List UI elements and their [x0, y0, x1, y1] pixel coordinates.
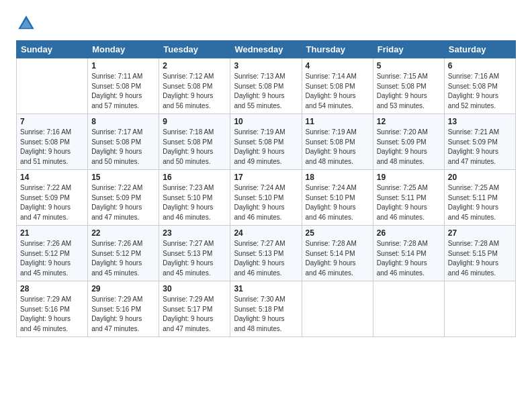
day-info: Sunrise: 7:28 AM Sunset: 5:14 PM Dayligh…	[377, 239, 441, 278]
day-number: 6	[448, 61, 512, 71]
day-number: 17	[234, 173, 298, 182]
day-cell: 24Sunrise: 7:27 AM Sunset: 5:13 PM Dayli…	[230, 226, 302, 281]
day-info: Sunrise: 7:26 AM Sunset: 5:12 PM Dayligh…	[20, 239, 84, 278]
day-number: 20	[448, 173, 512, 182]
day-number: 13	[448, 117, 512, 126]
day-cell: 5Sunrise: 7:15 AM Sunset: 5:08 PM Daylig…	[373, 58, 444, 114]
week-row-1: 7Sunrise: 7:16 AM Sunset: 5:08 PM Daylig…	[17, 114, 516, 170]
day-cell: 23Sunrise: 7:27 AM Sunset: 5:13 PM Dayli…	[159, 226, 230, 281]
day-cell: 2Sunrise: 7:12 AM Sunset: 5:08 PM Daylig…	[159, 58, 230, 114]
day-number: 5	[377, 61, 441, 71]
day-cell: 27Sunrise: 7:28 AM Sunset: 5:15 PM Dayli…	[444, 226, 515, 281]
day-cell: 6Sunrise: 7:16 AM Sunset: 5:08 PM Daylig…	[444, 58, 515, 114]
day-number: 27	[448, 228, 512, 238]
day-number: 3	[234, 61, 298, 71]
day-cell: 12Sunrise: 7:20 AM Sunset: 5:09 PM Dayli…	[373, 114, 444, 170]
day-number: 31	[234, 284, 298, 293]
day-info: Sunrise: 7:17 AM Sunset: 5:08 PM Dayligh…	[91, 128, 155, 167]
day-info: Sunrise: 7:27 AM Sunset: 5:13 PM Dayligh…	[234, 239, 298, 278]
day-cell: 15Sunrise: 7:22 AM Sunset: 5:09 PM Dayli…	[88, 170, 159, 226]
day-info: Sunrise: 7:21 AM Sunset: 5:09 PM Dayligh…	[448, 128, 512, 167]
day-info: Sunrise: 7:27 AM Sunset: 5:13 PM Dayligh…	[163, 239, 226, 278]
day-cell: 22Sunrise: 7:26 AM Sunset: 5:12 PM Dayli…	[88, 226, 159, 281]
day-cell: 11Sunrise: 7:19 AM Sunset: 5:08 PM Dayli…	[302, 114, 373, 170]
day-info: Sunrise: 7:25 AM Sunset: 5:11 PM Dayligh…	[448, 183, 512, 222]
day-number: 14	[20, 173, 84, 182]
day-info: Sunrise: 7:24 AM Sunset: 5:10 PM Dayligh…	[306, 183, 369, 222]
day-info: Sunrise: 7:15 AM Sunset: 5:08 PM Dayligh…	[377, 72, 441, 111]
day-number: 23	[163, 228, 226, 238]
day-cell: 3Sunrise: 7:13 AM Sunset: 5:08 PM Daylig…	[230, 58, 302, 114]
day-cell: 19Sunrise: 7:25 AM Sunset: 5:11 PM Dayli…	[373, 170, 444, 226]
day-cell: 1Sunrise: 7:11 AM Sunset: 5:08 PM Daylig…	[88, 58, 159, 114]
day-cell: 8Sunrise: 7:17 AM Sunset: 5:08 PM Daylig…	[88, 114, 159, 170]
logo	[16, 13, 39, 34]
day-number: 1	[91, 61, 155, 71]
day-number: 10	[234, 117, 298, 126]
day-cell: 17Sunrise: 7:24 AM Sunset: 5:10 PM Dayli…	[230, 170, 302, 226]
day-number: 2	[163, 61, 226, 71]
weekday-header-thursday: Thursday	[302, 41, 373, 58]
day-info: Sunrise: 7:11 AM Sunset: 5:08 PM Dayligh…	[91, 72, 155, 111]
weekday-header-monday: Monday	[88, 41, 159, 58]
weekday-header-saturday: Saturday	[444, 41, 515, 58]
day-number: 4	[306, 61, 369, 71]
calendar: SundayMondayTuesdayWednesdayThursdayFrid…	[16, 40, 516, 337]
day-info: Sunrise: 7:23 AM Sunset: 5:10 PM Dayligh…	[163, 183, 226, 222]
day-number: 21	[20, 228, 84, 238]
day-cell: 16Sunrise: 7:23 AM Sunset: 5:10 PM Dayli…	[159, 170, 230, 226]
day-info: Sunrise: 7:12 AM Sunset: 5:08 PM Dayligh…	[163, 72, 226, 111]
day-info: Sunrise: 7:29 AM Sunset: 5:17 PM Dayligh…	[163, 295, 226, 334]
day-info: Sunrise: 7:14 AM Sunset: 5:08 PM Dayligh…	[306, 72, 369, 111]
day-cell: 4Sunrise: 7:14 AM Sunset: 5:08 PM Daylig…	[302, 58, 373, 114]
logo-icon	[16, 13, 36, 34]
week-row-3: 21Sunrise: 7:26 AM Sunset: 5:12 PM Dayli…	[17, 226, 516, 281]
day-cell	[444, 281, 515, 337]
week-row-2: 14Sunrise: 7:22 AM Sunset: 5:09 PM Dayli…	[17, 170, 516, 226]
day-cell: 9Sunrise: 7:18 AM Sunset: 5:08 PM Daylig…	[159, 114, 230, 170]
day-info: Sunrise: 7:25 AM Sunset: 5:11 PM Dayligh…	[377, 183, 441, 222]
day-info: Sunrise: 7:16 AM Sunset: 5:08 PM Dayligh…	[20, 128, 84, 167]
day-info: Sunrise: 7:13 AM Sunset: 5:08 PM Dayligh…	[234, 72, 298, 111]
day-cell: 7Sunrise: 7:16 AM Sunset: 5:08 PM Daylig…	[17, 114, 88, 170]
weekday-header-friday: Friday	[373, 41, 444, 58]
day-cell: 31Sunrise: 7:30 AM Sunset: 5:18 PM Dayli…	[230, 281, 302, 337]
day-info: Sunrise: 7:19 AM Sunset: 5:08 PM Dayligh…	[306, 128, 369, 167]
day-number: 29	[91, 284, 155, 293]
weekday-header-tuesday: Tuesday	[159, 41, 230, 58]
day-number: 22	[91, 228, 155, 238]
day-info: Sunrise: 7:19 AM Sunset: 5:08 PM Dayligh…	[234, 128, 298, 167]
day-info: Sunrise: 7:28 AM Sunset: 5:14 PM Dayligh…	[306, 239, 369, 278]
week-row-0: 1Sunrise: 7:11 AM Sunset: 5:08 PM Daylig…	[17, 58, 516, 114]
day-info: Sunrise: 7:16 AM Sunset: 5:08 PM Dayligh…	[448, 72, 512, 111]
day-cell	[17, 58, 88, 114]
day-info: Sunrise: 7:20 AM Sunset: 5:09 PM Dayligh…	[377, 128, 441, 167]
day-cell: 25Sunrise: 7:28 AM Sunset: 5:14 PM Dayli…	[302, 226, 373, 281]
day-cell: 18Sunrise: 7:24 AM Sunset: 5:10 PM Dayli…	[302, 170, 373, 226]
page: SundayMondayTuesdayWednesdayThursdayFrid…	[0, 0, 532, 411]
day-number: 9	[163, 117, 226, 126]
weekday-header-sunday: Sunday	[17, 41, 88, 58]
day-info: Sunrise: 7:18 AM Sunset: 5:08 PM Dayligh…	[163, 128, 226, 167]
day-number: 8	[91, 117, 155, 126]
day-info: Sunrise: 7:29 AM Sunset: 5:16 PM Dayligh…	[20, 295, 84, 334]
day-number: 15	[91, 173, 155, 182]
day-cell: 20Sunrise: 7:25 AM Sunset: 5:11 PM Dayli…	[444, 170, 515, 226]
day-number: 24	[234, 228, 298, 238]
day-info: Sunrise: 7:22 AM Sunset: 5:09 PM Dayligh…	[91, 183, 155, 222]
day-cell: 21Sunrise: 7:26 AM Sunset: 5:12 PM Dayli…	[17, 226, 88, 281]
day-number: 25	[306, 228, 369, 238]
day-info: Sunrise: 7:30 AM Sunset: 5:18 PM Dayligh…	[234, 295, 298, 334]
day-cell: 28Sunrise: 7:29 AM Sunset: 5:16 PM Dayli…	[17, 281, 88, 337]
day-number: 7	[20, 117, 84, 126]
day-cell: 30Sunrise: 7:29 AM Sunset: 5:17 PM Dayli…	[159, 281, 230, 337]
day-info: Sunrise: 7:24 AM Sunset: 5:10 PM Dayligh…	[234, 183, 298, 222]
day-cell: 10Sunrise: 7:19 AM Sunset: 5:08 PM Dayli…	[230, 114, 302, 170]
header-area	[16, 13, 516, 34]
day-cell: 26Sunrise: 7:28 AM Sunset: 5:14 PM Dayli…	[373, 226, 444, 281]
day-number: 26	[377, 228, 441, 238]
day-cell: 13Sunrise: 7:21 AM Sunset: 5:09 PM Dayli…	[444, 114, 515, 170]
day-number: 30	[163, 284, 226, 293]
week-row-4: 28Sunrise: 7:29 AM Sunset: 5:16 PM Dayli…	[17, 281, 516, 337]
day-info: Sunrise: 7:22 AM Sunset: 5:09 PM Dayligh…	[20, 183, 84, 222]
